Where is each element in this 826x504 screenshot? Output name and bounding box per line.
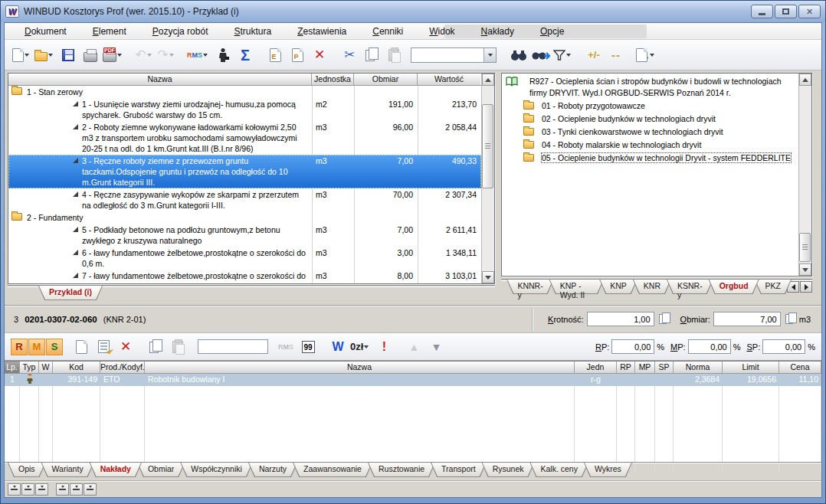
copy-button[interactable] [362, 44, 382, 66]
scroll-up-button[interactable] [799, 74, 811, 86]
resources-column-header-prodkodyf[interactable]: Prod./Kodyf. [100, 362, 145, 374]
bottom-tab-narzuty[interactable]: Narzuty [248, 463, 297, 477]
open-document-button[interactable] [34, 44, 56, 66]
filter-button[interactable] [553, 44, 574, 66]
print-button[interactable] [80, 44, 100, 66]
catalog-tree-item[interactable]: 04 - Roboty malarskie w technologiach dr… [502, 139, 798, 151]
exclamation-button[interactable]: ! [374, 336, 394, 358]
maximize-button[interactable] [775, 5, 797, 18]
price-base-button[interactable]: 99 [298, 336, 318, 358]
catalog-tab-orgbud[interactable]: Orgbud [709, 280, 759, 294]
dropdown-caret-icon[interactable] [48, 54, 53, 57]
menu-item-zestawienia[interactable]: Zestawienia [290, 25, 354, 38]
column-header-jednostka[interactable]: Jednostka [312, 74, 354, 85]
position-button[interactable]: P [287, 44, 307, 66]
find-next-button[interactable] [531, 44, 551, 66]
delete-resource-button[interactable]: ✕ [116, 336, 136, 358]
resources-column-header-cena[interactable]: Cena [779, 362, 821, 374]
scrollbar-thumb[interactable] [799, 233, 811, 262]
titlebar[interactable]: W WINBUD Kosztorys Prof (wer. 2015.10) -… [1, 1, 825, 22]
paste-button[interactable] [384, 44, 404, 66]
estimate-scrollbar[interactable] [481, 74, 494, 283]
bottom-tab-warianty[interactable]: Warianty [41, 463, 94, 477]
save-button[interactable] [58, 44, 78, 66]
menu-item-widok[interactable]: Widok [421, 25, 462, 38]
estimate-item-row[interactable]: 7 - ławy fundamentowe żelbetowe,prostoką… [8, 270, 481, 283]
tab-scroll-right-button[interactable] [800, 281, 812, 293]
resources-column-header-jedn[interactable]: Jedn [575, 362, 617, 374]
resources-column-header-mp[interactable]: MP [635, 362, 655, 374]
new-document-button[interactable] [12, 44, 32, 66]
delete-button[interactable]: ✕ [310, 44, 329, 66]
copy-krotnosc-icon[interactable] [659, 314, 667, 324]
catalog-tree-item[interactable]: 05 - Ocieplenie budynków w technologii D… [502, 152, 798, 164]
pane-resize-button[interactable] [70, 483, 83, 496]
combo-dropdown-button[interactable] [483, 48, 496, 62]
resources-column-header-sp[interactable]: SP [655, 362, 674, 374]
m-toggle-button[interactable]: M [28, 339, 45, 355]
zero-price-button[interactable]: 0zł [350, 336, 372, 358]
menu-item-opcje[interactable]: Opcje [533, 25, 572, 38]
rp-input[interactable] [611, 339, 654, 354]
scrollbar-thumb[interactable] [482, 104, 493, 188]
quick-search-combo[interactable] [411, 47, 497, 63]
scroll-up-button[interactable] [482, 74, 494, 86]
split-view-button[interactable] [35, 483, 48, 496]
move-down-button[interactable]: ▼ [426, 336, 446, 358]
print-pdf-button[interactable]: PDF [103, 44, 125, 66]
sp-input[interactable] [762, 339, 805, 354]
estimate-item-row[interactable]: 6 - ławy fundamentowe żelbetowe,prostoką… [8, 247, 481, 270]
menu-item-nakady[interactable]: Nakłady [474, 25, 522, 38]
cut-button[interactable]: ✂ [339, 44, 359, 66]
menu-item-element[interactable]: Element [85, 25, 134, 38]
catalog-tree-item[interactable]: 02 - Ocieplenie budynków w technologiach… [502, 113, 798, 125]
bottom-tab-opis[interactable]: Opis [8, 463, 46, 477]
dropdown-caret-icon[interactable] [117, 54, 122, 57]
estimate-group-row[interactable]: 1 - Stan zerowy [8, 86, 481, 98]
catalog-tab-ksnry[interactable]: KSNR-y [667, 280, 713, 294]
menu-item-pozycjarobt[interactable]: Pozycja robót [145, 25, 216, 38]
w-button[interactable]: W [328, 336, 348, 358]
catalog-scrollbar[interactable] [798, 74, 811, 276]
scroll-down-button[interactable] [799, 263, 811, 276]
estimate-item-row[interactable]: 1 - Usunięcie warstwy ziemi urodzajnej- … [8, 98, 481, 121]
catalog-tab-pkz[interactable]: PKZ [755, 280, 792, 294]
bottom-tab-obmiar[interactable]: Obmiar [137, 463, 185, 477]
bottom-tab-rusztowanie[interactable]: Rusztowanie [368, 463, 435, 477]
catalog-tab-knpwydii[interactable]: KNP - Wyd. II [549, 280, 605, 294]
dropdown-caret-icon[interactable] [364, 345, 369, 349]
bottom-tab-transport[interactable]: Transport [431, 463, 487, 477]
column-header-obmiar[interactable]: Obmiar [354, 74, 418, 85]
resources-column-header-lp[interactable]: Lp. [5, 362, 20, 374]
resources-column-header-kod[interactable]: Kod [53, 362, 100, 374]
resources-column-header-typ[interactable]: Typ [20, 362, 39, 374]
rms-search-button[interactable]: RMS [187, 44, 211, 66]
find-button[interactable] [509, 44, 529, 66]
copy-resource-button[interactable] [146, 336, 166, 358]
estimate-group-row[interactable]: 2 - Fundamenty [8, 211, 481, 224]
bottom-tab-rysunek[interactable]: Rysunek [482, 463, 535, 477]
bottom-tab-zaawansowanie[interactable]: Zaawansowanie [293, 463, 372, 477]
tab-przyklad[interactable]: Przyklad (i) [38, 286, 103, 300]
minimize-button[interactable] [751, 5, 773, 18]
estimate-item-row[interactable]: 5 - Podkłady betonowe na podłożu gruntow… [8, 224, 481, 247]
element-button[interactable]: E [265, 44, 285, 66]
resources-column-header-w[interactable]: W [39, 362, 53, 374]
pane-resize-button[interactable] [84, 483, 97, 496]
sum-button[interactable]: Σ [235, 44, 255, 66]
resources-column-header-norma[interactable]: Norma [674, 362, 723, 374]
resources-column-header-nazwa[interactable]: Nazwa [145, 362, 575, 374]
catalog-tab-knr[interactable]: KNR [633, 280, 671, 294]
pane-resize-button[interactable] [56, 483, 69, 496]
catalog-tree-item[interactable]: 01 - Roboty przygotowawcze [502, 100, 798, 112]
dashes-button[interactable]: -- [606, 44, 626, 66]
copy-obmiar-icon[interactable] [785, 314, 793, 324]
dropdown-caret-icon[interactable] [25, 54, 29, 57]
resource-search-input[interactable] [198, 339, 268, 354]
bottom-tab-kalkceny[interactable]: Kalk. ceny [530, 463, 588, 477]
menu-item-struktura[interactable]: Struktura [226, 25, 279, 38]
menu-item-cenniki[interactable]: Cenniki [365, 25, 411, 38]
estimate-item-row[interactable]: 2 - Roboty ziemne wykonywane ładowarkami… [8, 121, 481, 155]
move-up-button[interactable]: ▲ [404, 336, 424, 358]
plus-minus-button[interactable]: +/- [584, 44, 604, 66]
